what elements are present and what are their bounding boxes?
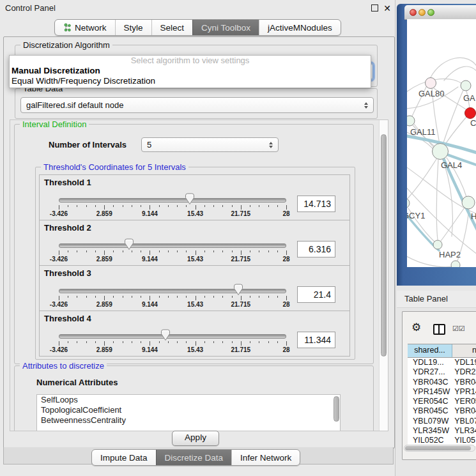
- threshold-slider-3[interactable]: -3.4262.8599.14415.4321.71528: [59, 282, 286, 311]
- threshold-value-field[interactable]: 11.344: [297, 332, 335, 348]
- float-window-icon[interactable]: [371, 4, 378, 12]
- network-node-gal4[interactable]: [433, 144, 449, 160]
- network-window-titlebar[interactable]: [404, 5, 476, 20]
- tick-mark: [150, 250, 150, 255]
- zoom-traffic-light-icon[interactable]: [427, 9, 434, 16]
- slider-thumb[interactable]: [160, 329, 171, 341]
- table-row[interactable]: YER054CYER05: [408, 397, 476, 406]
- slider-track[interactable]: [59, 334, 286, 339]
- attribute-list-scrollbar[interactable]: [334, 396, 339, 422]
- network-edge[interactable]: [444, 66, 476, 81]
- tab-select[interactable]: Select: [151, 20, 193, 35]
- cell-name: YBR04: [451, 406, 476, 416]
- number-of-intervals-combobox[interactable]: 5: [141, 137, 279, 152]
- threshold-label: Threshold 4: [44, 314, 91, 323]
- threshold-slider-1[interactable]: -3.4262.8599.14415.4321.71528: [59, 192, 286, 220]
- table-row[interactable]: YDL19...YDL19: [408, 358, 476, 367]
- close-traffic-light-icon[interactable]: [410, 9, 417, 16]
- threshold-value-field[interactable]: 21.4: [297, 286, 335, 303]
- network-graph: GAL80GACGAL11GAL4GCY1HHAP2: [407, 19, 476, 267]
- network-node-hap2[interactable]: [433, 240, 442, 249]
- table-row[interactable]: YPR145WYPR14: [408, 387, 476, 397]
- tick-mark: [286, 341, 287, 346]
- network-node-h[interactable]: [462, 196, 475, 209]
- cell-shared-name: YBR043C: [408, 378, 451, 387]
- settings-scroll-area: Interval Definition Number of Intervals …: [10, 119, 388, 431]
- minimize-traffic-light-icon[interactable]: [418, 9, 426, 16]
- network-edge[interactable]: [431, 58, 476, 77]
- apply-button[interactable]: Apply: [172, 431, 219, 446]
- tick-label: 9.144: [142, 301, 158, 308]
- tick-label: 15.43: [187, 210, 203, 217]
- table-row[interactable]: YDR27...YDR27: [408, 367, 476, 377]
- control-panel-titlebar: Control Panel ✕: [0, 0, 395, 17]
- tick-mark: [186, 296, 187, 298]
- algorithm-dropdown-popup: Select algorithm to view settings Manual…: [9, 55, 371, 88]
- column-layout-icon[interactable]: [433, 324, 445, 335]
- tick-mark: [213, 296, 214, 298]
- network-node-gal80[interactable]: [426, 78, 436, 89]
- slider-track[interactable]: [59, 243, 286, 248]
- threshold-value-field[interactable]: 14.713: [297, 196, 335, 212]
- column-header-name[interactable]: na: [452, 344, 476, 357]
- close-window-icon[interactable]: ✕: [383, 3, 391, 13]
- table-data-combobox[interactable]: galFiltered.sif default node: [20, 97, 374, 113]
- algorithm-option-equal-width-frequency-discretization[interactable]: Equal Width/Frequency Discretization: [10, 76, 371, 86]
- tick-mark: [95, 250, 96, 252]
- network-edge[interactable]: [443, 90, 463, 144]
- slider-track[interactable]: [59, 289, 286, 293]
- slider-thumb[interactable]: [233, 284, 243, 296]
- network-edge[interactable]: [407, 159, 436, 203]
- attribute-item-selfloops[interactable]: SelfLoops: [37, 395, 340, 405]
- settings-scrollbar-thumb[interactable]: [381, 134, 387, 357]
- gear-icon[interactable]: ⚙: [411, 322, 421, 333]
- attribute-item-topologicalcoefficient[interactable]: TopologicalCoefficient: [37, 405, 340, 415]
- network-node-ga[interactable]: [461, 81, 471, 91]
- network-node-label: GAL11: [410, 127, 436, 137]
- tick-mark: [104, 205, 105, 210]
- cell-name: YDL19: [451, 358, 476, 367]
- slider-thumb[interactable]: [185, 193, 195, 205]
- table-row[interactable]: YBR043CYBR04: [408, 378, 476, 387]
- network-node[interactable]: [451, 261, 460, 267]
- table-row[interactable]: YLR345WYLR34: [408, 426, 476, 436]
- tab-network[interactable]: Network: [55, 20, 115, 35]
- table-horizontal-scrollbar-thumb[interactable]: [405, 446, 471, 450]
- attribute-item-betweennesscentrality[interactable]: BetweennessCentrality: [37, 415, 340, 426]
- tick-mark: [268, 341, 269, 343]
- threshold-slider-2[interactable]: -3.4262.8599.14415.4321.71528: [59, 237, 286, 265]
- tab-style[interactable]: Style: [115, 20, 151, 35]
- numerical-attributes-list[interactable]: SelfLoopsTopologicalCoefficientBetweenne…: [36, 394, 341, 431]
- select-columns-checkboxes-icon[interactable]: ☑☑: [452, 325, 465, 333]
- network-node-gcy1[interactable]: [407, 198, 410, 208]
- tick-mark: [196, 250, 196, 255]
- slider-thumb[interactable]: [124, 238, 134, 250]
- tab-discretize-data[interactable]: Discretize Data: [156, 450, 232, 465]
- column-header-shared-name[interactable]: shared...: [408, 344, 452, 357]
- threshold-slider-4[interactable]: -3.4262.8599.14415.4321.71528: [59, 328, 286, 356]
- tick-label: 15.43: [187, 256, 203, 263]
- tab-infer-network[interactable]: Infer Network: [231, 450, 300, 465]
- tab-jactivemnodules[interactable]: jActiveMNodules: [259, 20, 341, 35]
- table-row[interactable]: YBR045CYBR04: [408, 406, 476, 416]
- network-node-c[interactable]: [465, 108, 476, 119]
- slider-track[interactable]: [59, 198, 286, 203]
- algorithm-option-manual-discretization[interactable]: Manual Discretization: [10, 66, 371, 76]
- tick-label: -3.426: [50, 301, 68, 308]
- tab-impute-data[interactable]: Impute Data: [92, 450, 156, 465]
- tick-mark: [68, 250, 68, 252]
- table-row[interactable]: YBL079WYBL07: [408, 417, 476, 426]
- threshold-value-field[interactable]: 6.316: [297, 241, 335, 257]
- tick-mark: [86, 296, 87, 298]
- network-node-gal11[interactable]: [407, 116, 415, 126]
- network-canvas[interactable]: GAL80GACGAL11GAL4GCY1HHAP2: [407, 19, 476, 267]
- table-horizontal-scrollbar[interactable]: [404, 445, 475, 452]
- tab-cyni-toolbox[interactable]: Cyni Toolbox: [192, 20, 259, 35]
- slider-tick-labels: -3.4262.8599.14415.4321.71528: [59, 210, 286, 218]
- network-window[interactable]: GAL80GACGAL11GAL4GCY1HHAP2: [397, 4, 476, 286]
- attributes-group-title: Attributes to discretize: [20, 361, 107, 371]
- network-edge[interactable]: [436, 160, 438, 240]
- tick-mark: [241, 296, 242, 300]
- settings-scrollbar-track[interactable]: [379, 120, 388, 431]
- tick-mark: [232, 250, 233, 252]
